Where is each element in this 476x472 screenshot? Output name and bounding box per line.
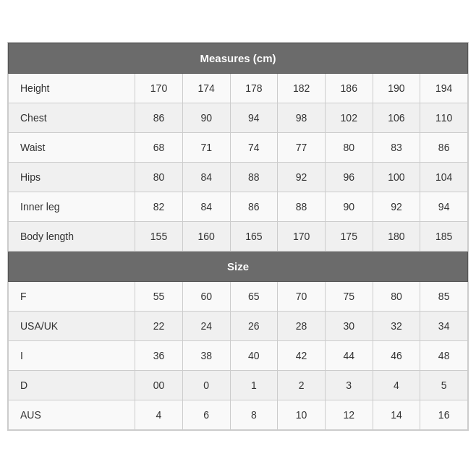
row-label: F (9, 281, 135, 311)
cell-value: 180 (373, 221, 420, 251)
cell-value: 22 (135, 311, 183, 340)
cell-value: 84 (182, 162, 230, 192)
row-label: Waist (9, 132, 135, 162)
cell-value: 3 (325, 370, 373, 400)
cell-value: 0 (182, 370, 230, 400)
cell-value: 8 (230, 400, 278, 429)
cell-value: 92 (278, 162, 326, 192)
cell-value: 100 (373, 162, 420, 192)
cell-value: 42 (278, 340, 326, 370)
cell-value: 98 (278, 103, 326, 132)
cell-value: 96 (325, 162, 373, 192)
table-row: D00012345 (9, 370, 468, 400)
cell-value: 88 (278, 192, 326, 221)
cell-value: 92 (373, 192, 420, 221)
table-row: Waist68717477808386 (9, 132, 468, 162)
cell-value: 104 (420, 162, 468, 192)
cell-value: 84 (182, 192, 230, 221)
cell-value: 2 (278, 370, 326, 400)
cell-value: 170 (278, 221, 326, 251)
cell-value: 5 (420, 370, 468, 400)
cell-value: 182 (278, 73, 326, 103)
row-label: Chest (9, 103, 135, 132)
size-header: Size (9, 251, 468, 281)
cell-value: 44 (325, 340, 373, 370)
cell-value: 71 (182, 132, 230, 162)
cell-value: 68 (135, 132, 183, 162)
cell-value: 90 (182, 103, 230, 132)
cell-value: 4 (135, 400, 183, 429)
cell-value: 40 (230, 340, 278, 370)
table-row: Height170174178182186190194 (9, 73, 468, 103)
cell-value: 160 (182, 221, 230, 251)
cell-value: 65 (230, 281, 278, 311)
cell-value: 90 (325, 192, 373, 221)
cell-value: 102 (325, 103, 373, 132)
cell-value: 6 (182, 400, 230, 429)
cell-value: 86 (420, 132, 468, 162)
cell-value: 175 (325, 221, 373, 251)
cell-value: 80 (325, 132, 373, 162)
row-label: D (9, 370, 135, 400)
cell-value: 86 (135, 103, 183, 132)
cell-value: 00 (135, 370, 183, 400)
cell-value: 38 (182, 340, 230, 370)
cell-value: 77 (278, 132, 326, 162)
cell-value: 30 (325, 311, 373, 340)
cell-value: 80 (373, 281, 420, 311)
cell-value: 36 (135, 340, 183, 370)
cell-value: 34 (420, 311, 468, 340)
table-row: I36384042444648 (9, 340, 468, 370)
cell-value: 85 (420, 281, 468, 311)
cell-value: 186 (325, 73, 373, 103)
table-row: AUS46810121416 (9, 400, 468, 429)
cell-value: 194 (420, 73, 468, 103)
table-row: F55606570758085 (9, 281, 468, 311)
cell-value: 155 (135, 221, 183, 251)
cell-value: 26 (230, 311, 278, 340)
cell-value: 28 (278, 311, 326, 340)
cell-value: 46 (373, 340, 420, 370)
cell-value: 60 (182, 281, 230, 311)
table-row: USA/UK22242628303234 (9, 311, 468, 340)
cell-value: 70 (278, 281, 326, 311)
cell-value: 110 (420, 103, 468, 132)
cell-value: 86 (230, 192, 278, 221)
cell-value: 178 (230, 73, 278, 103)
cell-value: 185 (420, 221, 468, 251)
cell-value: 106 (373, 103, 420, 132)
cell-value: 83 (373, 132, 420, 162)
row-label: Hips (9, 162, 135, 192)
cell-value: 14 (373, 400, 420, 429)
cell-value: 170 (135, 73, 183, 103)
cell-value: 74 (230, 132, 278, 162)
cell-value: 88 (230, 162, 278, 192)
table-row: Body length155160165170175180185 (9, 221, 468, 251)
table-row: Hips8084889296100104 (9, 162, 468, 192)
row-label: Inner leg (9, 192, 135, 221)
cell-value: 82 (135, 192, 183, 221)
cell-value: 32 (373, 311, 420, 340)
cell-value: 24 (182, 311, 230, 340)
row-label: AUS (9, 400, 135, 429)
cell-value: 165 (230, 221, 278, 251)
row-label: USA/UK (9, 311, 135, 340)
cell-value: 16 (420, 400, 468, 429)
cell-value: 4 (373, 370, 420, 400)
table-row: Inner leg82848688909294 (9, 192, 468, 221)
cell-value: 94 (230, 103, 278, 132)
cell-value: 190 (373, 73, 420, 103)
row-label: Body length (9, 221, 135, 251)
cell-value: 75 (325, 281, 373, 311)
cell-value: 55 (135, 281, 183, 311)
measures-header: Measures (cm) (9, 43, 468, 73)
size-chart: Measures (cm)Height170174178182186190194… (7, 42, 469, 431)
row-label: Height (9, 73, 135, 103)
row-label: I (9, 340, 135, 370)
cell-value: 174 (182, 73, 230, 103)
cell-value: 94 (420, 192, 468, 221)
cell-value: 1 (230, 370, 278, 400)
table-row: Chest86909498102106110 (9, 103, 468, 132)
cell-value: 80 (135, 162, 183, 192)
cell-value: 12 (325, 400, 373, 429)
